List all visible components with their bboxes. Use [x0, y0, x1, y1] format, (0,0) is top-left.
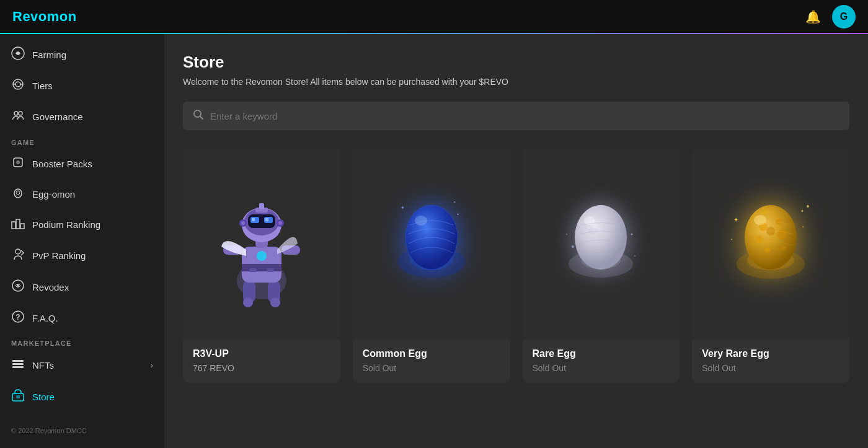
svg-rect-34 [249, 268, 257, 272]
sidebar-section-marketplace: MARKETPLACE [0, 333, 164, 349]
product-price-r3v-up: 767 REVO [193, 363, 330, 373]
svg-point-86 [754, 215, 766, 225]
svg-point-9 [14, 189, 22, 198]
product-name-very-rare-egg: Very Rare Egg [702, 348, 839, 359]
svg-point-79 [776, 219, 782, 225]
svg-rect-21 [12, 366, 24, 368]
product-card-common-egg[interactable]: ✦ ✦ ✦ Common Egg Sol [353, 147, 510, 383]
svg-rect-20 [12, 363, 24, 365]
sidebar-revodex-label: Revodex [32, 282, 69, 292]
svg-point-10 [16, 191, 20, 195]
svg-rect-51 [259, 203, 264, 209]
sidebar-faq-label: F.A.Q. [32, 313, 58, 323]
product-name-r3v-up: R3V-UP [193, 348, 330, 359]
sidebar-item-pvp-ranking[interactable]: PvP Ranking [0, 240, 164, 271]
product-name-common-egg: Common Egg [363, 348, 500, 359]
store-content: Store Welcome to the Revomon Store! All … [164, 34, 868, 448]
product-name-rare-egg: Rare Egg [533, 348, 670, 359]
svg-point-2 [16, 82, 20, 87]
svg-text:✦: ✦ [453, 200, 456, 204]
sidebar-section-game: GAME [0, 133, 164, 149]
svg-point-48 [241, 221, 245, 225]
svg-point-66 [575, 205, 627, 270]
sidebar-governance-label: Governance [32, 112, 83, 122]
svg-point-56 [415, 216, 427, 226]
sidebar-booster-packs-label: Booster Packs [32, 159, 92, 169]
search-input[interactable] [210, 111, 839, 121]
svg-point-84 [766, 227, 775, 235]
svg-rect-44 [252, 218, 255, 221]
product-image-rare-egg [523, 147, 680, 340]
svg-rect-12 [16, 219, 20, 229]
svg-point-8 [16, 160, 20, 164]
sidebar-item-store[interactable]: Store [0, 381, 164, 413]
search-bar [183, 102, 849, 130]
product-info-common-egg: Common Egg Sold Out [353, 340, 510, 383]
product-price-very-rare-egg: Sold Out [702, 363, 839, 373]
svg-point-81 [777, 229, 787, 239]
svg-point-63 [631, 234, 633, 235]
svg-text:?: ? [16, 313, 20, 322]
sidebar-pvp-ranking-label: PvP Ranking [32, 250, 86, 261]
svg-point-6 [19, 112, 22, 115]
sidebar-item-nfts[interactable]: NFTs › [0, 349, 164, 381]
svg-text:✦: ✦ [401, 205, 405, 211]
product-card-very-rare-egg[interactable]: ✦ ✦ ✦ ✦ [692, 147, 849, 383]
search-icon [193, 109, 204, 123]
sidebar-item-governance[interactable]: Governance [0, 101, 164, 133]
product-info-r3v-up: R3V-UP 767 REVO [183, 340, 340, 383]
farming-icon [11, 46, 25, 63]
svg-text:✦: ✦ [456, 213, 459, 216]
svg-point-33 [257, 251, 267, 261]
product-card-r3v-up[interactable]: R3V-UP 767 REVO [183, 147, 340, 383]
faq-icon: ? [11, 310, 25, 326]
sidebar-item-booster-packs[interactable]: Booster Packs [0, 149, 164, 179]
product-image-common-egg: ✦ ✦ ✦ [353, 147, 510, 340]
product-price-rare-egg: Sold Out [533, 363, 670, 373]
sidebar-item-tiers[interactable]: Tiers [0, 71, 164, 101]
sidebar-podium-ranking-label: Podium Ranking [32, 219, 100, 230]
svg-point-68 [606, 241, 614, 246]
svg-point-64 [566, 234, 567, 235]
top-navigation: Revomon 🔔 G [0, 0, 868, 34]
notification-icon[interactable]: 🔔 [805, 9, 821, 24]
svg-point-62 [572, 245, 574, 248]
sidebar-farming-label: Farming [32, 50, 66, 60]
sidebar-item-farming[interactable]: Farming [0, 39, 164, 71]
sidebar-item-egg-omon[interactable]: Egg-omon [0, 179, 164, 209]
svg-point-76 [807, 205, 809, 208]
sidebar-store-label: Store [32, 392, 55, 402]
svg-text:✦: ✦ [730, 237, 733, 241]
tiers-icon [11, 78, 25, 94]
svg-point-5 [14, 112, 18, 115]
svg-line-25 [200, 116, 203, 120]
svg-rect-13 [20, 224, 24, 229]
svg-text:✦: ✦ [800, 209, 804, 213]
svg-point-49 [278, 221, 282, 225]
sidebar-item-podium-ranking[interactable]: Podium Ranking [0, 209, 164, 240]
sidebar-nfts-label: NFTs [32, 360, 54, 371]
product-image-r3v-up [183, 147, 340, 340]
svg-point-69 [584, 216, 595, 225]
product-image-very-rare-egg: ✦ ✦ ✦ ✦ [692, 147, 849, 340]
avatar[interactable]: G [832, 5, 856, 29]
footer-copyright: © 2022 Revomon DMCC [11, 427, 87, 434]
svg-point-83 [781, 245, 786, 250]
sidebar-egg-omon-label: Egg-omon [32, 189, 75, 200]
egg-omon-icon [11, 187, 25, 202]
sidebar-tiers-label: Tiers [32, 81, 53, 91]
svg-rect-35 [267, 268, 274, 272]
sidebar-item-faq[interactable]: ? F.A.Q. [0, 303, 164, 333]
store-title: Store [183, 53, 849, 72]
product-card-rare-egg[interactable]: Rare Egg Sold Out [523, 147, 680, 383]
svg-point-67 [588, 228, 598, 234]
svg-point-65 [634, 255, 636, 257]
sidebar-footer: © 2022 Revomon DMCC [0, 421, 164, 441]
svg-text:✦: ✦ [733, 216, 738, 223]
svg-point-16 [17, 284, 19, 287]
sidebar: Farming Tiers [0, 34, 164, 448]
svg-point-82 [764, 247, 771, 253]
svg-rect-23 [16, 395, 20, 398]
sidebar-item-revodex[interactable]: Revodex [0, 271, 164, 303]
store-icon [11, 389, 25, 405]
